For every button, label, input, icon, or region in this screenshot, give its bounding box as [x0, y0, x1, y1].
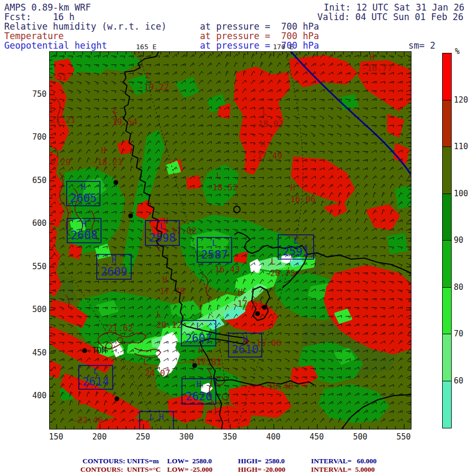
temp-extremum-value: -17.63 [232, 299, 263, 309]
colorbar-segment [443, 241, 451, 288]
station-dot [115, 397, 120, 401]
x-axis-label: 400 [257, 432, 290, 442]
contour-info-segment: HIGH= 2580.0 [238, 457, 285, 465]
y-axis-label: 550 [24, 262, 47, 271]
colorbar-tick-label: 70 [454, 329, 463, 338]
colorbar-segment [443, 53, 451, 100]
meridian-label: 165 E [136, 42, 157, 51]
map-plot: TDML-19.22L-19.54H-18.21L21.21519.29L-18… [50, 52, 411, 429]
temp-extremum-letter: L [113, 106, 118, 115]
colorbar-segment [443, 288, 451, 335]
rh-patch [388, 115, 403, 136]
rh-patch [235, 253, 246, 262]
colorbar-segment [443, 381, 451, 428]
init-time: Init: 12 UTC Sat 31 Jan 26 [324, 3, 464, 12]
rh-patch [219, 105, 230, 118]
temp-extremum-letter: L [50, 104, 54, 113]
temp-extremum-value: -22.46 [72, 415, 103, 425]
x-axis-label: 500 [343, 432, 377, 442]
rh-patch [395, 144, 408, 163]
temp-extremum-letter: H [198, 346, 203, 355]
station-dot [255, 312, 260, 316]
temp-extremum-letter: L [216, 171, 221, 181]
legend-field-label: Relative humidity (w.r.t. ice) [4, 22, 167, 31]
temp-extremum-value: -16.77 [362, 63, 392, 73]
x-axis-label: 450 [300, 432, 334, 442]
y-axis-label: 650 [24, 176, 47, 185]
x-axis-label: 550 [387, 432, 420, 442]
contour-info-segment: LOW= 2580.0 [167, 457, 212, 465]
rh-patch [50, 361, 60, 377]
colorbar-tick-label: 100 [454, 189, 468, 198]
extremum-value: 2587 [201, 249, 228, 261]
station-dot [83, 349, 87, 353]
temp-extremum-letter: H [290, 183, 295, 193]
extremum-letter: H [112, 255, 116, 265]
temp-extremum-letter: H [162, 275, 167, 285]
temp-extremum-letter: H [370, 53, 374, 62]
legend-pressure-label: at pressure = 700 hPa [200, 32, 319, 41]
temp-extremum-value: 51 [57, 72, 67, 82]
extremum-value: 2607 [185, 332, 212, 345]
extremum-letter: L [196, 322, 201, 331]
rh-patch [251, 260, 260, 272]
extremum-letter: H [243, 334, 248, 344]
extremum-value: 2610 [232, 343, 259, 356]
rh-patch [341, 95, 358, 109]
temp-extremum-value: -24.07 [140, 368, 170, 378]
colorbar-tick-label: 110 [454, 142, 468, 151]
colorbar-tick-label: 120 [454, 95, 468, 105]
rh-patch [100, 52, 140, 70]
y-axis-label: 400 [24, 391, 47, 400]
contour-info-segment: LOW= -25.000 [167, 465, 213, 474]
temp-extremum-letter: H [238, 288, 243, 297]
map-canvas: TDML-19.22L-19.54H-18.21L21.21519.29L-18… [49, 51, 411, 429]
legend-field-label: Temperature [4, 32, 64, 41]
extremum-letter: H [81, 182, 86, 192]
colorbar-segment [443, 100, 451, 148]
contour-info-segment: UNITS=m [127, 457, 159, 465]
station-name: TDM [92, 346, 106, 355]
y-axis-label: 700 [24, 132, 47, 142]
colorbar-segment [443, 147, 451, 194]
legend-pressure-label: at pressure = 700 hPa [200, 22, 319, 31]
temp-extremum-value: -21.62 [103, 323, 133, 333]
x-axis-label: 200 [83, 432, 116, 442]
temp-extremum-value: 9.29 [50, 157, 71, 167]
temp-extremum-value: -18.03 [253, 119, 283, 129]
station-dot [262, 305, 267, 310]
contour-info-segment: INTERVAL= 5.0000 [311, 465, 375, 474]
extremum-letter: L [212, 239, 217, 248]
rh-patch [388, 234, 407, 253]
temp-extremum-letter: L [157, 310, 161, 319]
smoothing-label: sm= 2 [408, 41, 435, 50]
extremum-value: 2591 [282, 245, 309, 258]
colorbar-unit: % [455, 47, 460, 56]
colorbar-tick-label: 80 [454, 282, 463, 292]
rh-patch [114, 348, 123, 356]
extremum-letter: H [196, 380, 201, 389]
extremum-letter: L H [149, 413, 163, 422]
temp-extremum-value: -17.81 [191, 357, 222, 367]
extremum-value: 2620 [186, 390, 213, 403]
temp-extremum-value: -20.12 [151, 320, 182, 330]
colorbar-segment [443, 194, 451, 241]
temp-extremum-value: -20.75 [265, 268, 296, 278]
contour-info-segment: INTERVAL= 60.000 [311, 457, 377, 465]
extremum-value: 2605 [70, 192, 97, 205]
extremum-letter: L [160, 222, 164, 231]
temp-extremum-letter: L [262, 108, 267, 117]
rh-patch [396, 187, 411, 208]
station-dot [114, 180, 118, 185]
temp-extremum-letter: L [271, 257, 276, 267]
x-axis-label: 300 [169, 432, 203, 442]
contour-info-segment: HIGH= -20.000 [238, 465, 285, 474]
meridian-label: 170 E [273, 42, 294, 51]
extremum-value: 2608 [71, 229, 98, 242]
station-dot [129, 214, 133, 218]
temp-extremum-letter: H [101, 146, 106, 155]
colorbar-segment [443, 334, 451, 381]
contour-info-segment: CONTOURS: [83, 457, 125, 465]
rh-patch [325, 203, 346, 216]
forecast-hour: Fcst: 16 h [4, 13, 75, 22]
